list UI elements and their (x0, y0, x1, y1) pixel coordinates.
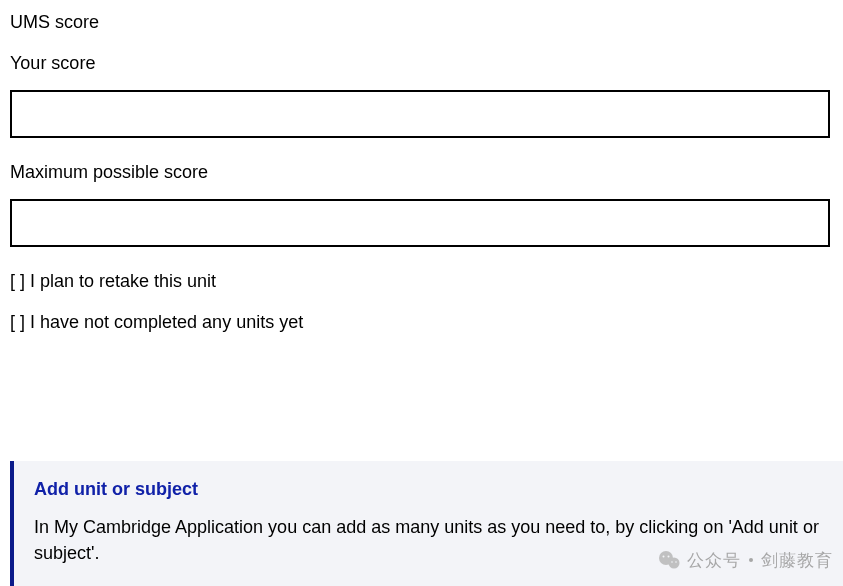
info-heading: Add unit or subject (34, 479, 823, 500)
svg-point-2 (663, 556, 665, 558)
watermark-label-2: 剑藤教育 (761, 549, 833, 572)
your-score-input[interactable] (10, 90, 830, 138)
svg-point-3 (668, 556, 670, 558)
max-score-input[interactable] (10, 199, 830, 247)
retake-checkbox-row[interactable]: [ ] I plan to retake this unit (10, 271, 833, 292)
svg-point-5 (675, 561, 677, 563)
watermark: 公众号 剑藤教育 (657, 548, 833, 572)
svg-point-1 (669, 558, 680, 569)
info-callout: Add unit or subject In My Cambridge Appl… (10, 461, 843, 586)
not-completed-checkbox-row[interactable]: [ ] I have not completed any units yet (10, 312, 833, 333)
dot-icon (749, 558, 753, 562)
ums-score-heading: UMS score (10, 12, 833, 33)
wechat-icon (657, 548, 681, 572)
your-score-label: Your score (10, 53, 833, 74)
watermark-label-1: 公众号 (687, 549, 741, 572)
max-score-label: Maximum possible score (10, 162, 833, 183)
svg-point-4 (671, 561, 673, 563)
